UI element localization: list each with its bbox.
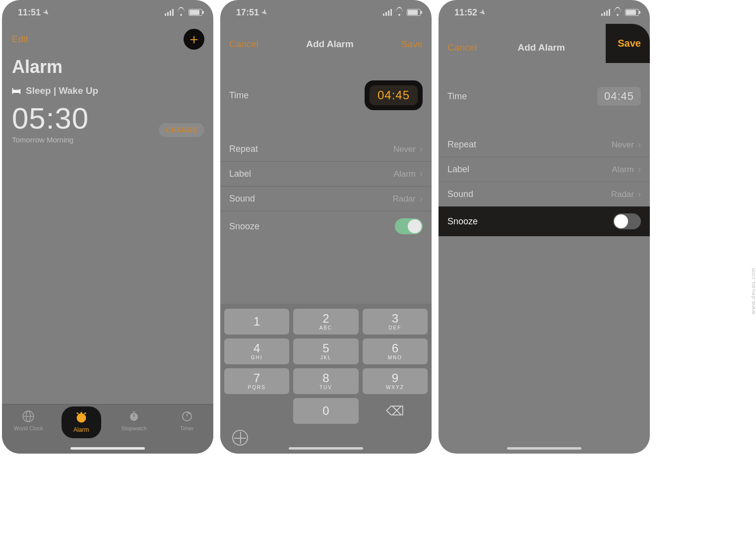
screen-add-alarm-snooze: 11:52 ➤ Cancel Add Alarm Save Time 04:45 bbox=[439, 0, 650, 454]
key-2[interactable]: 2ABC bbox=[293, 309, 358, 334]
repeat-value: Never bbox=[393, 144, 416, 154]
wifi-icon bbox=[177, 9, 186, 16]
label-row[interactable]: Label Alarm› bbox=[220, 161, 432, 186]
status-time: 17:51 bbox=[236, 7, 259, 18]
cellular-icon bbox=[601, 9, 610, 16]
snooze-row: Snooze bbox=[439, 206, 650, 236]
modal-nav: Cancel Add Alarm Save bbox=[439, 24, 650, 63]
time-row[interactable]: Time 04:45 bbox=[439, 80, 650, 113]
status-time: 11:52 bbox=[454, 7, 477, 18]
tab-label: Alarm bbox=[73, 426, 89, 433]
tab-world-clock[interactable]: World Clock bbox=[8, 409, 48, 431]
key-6[interactable]: 6MNO bbox=[363, 338, 428, 364]
svg-rect-4 bbox=[81, 415, 82, 418]
bed-icon: 🛏 bbox=[12, 86, 21, 96]
snooze-toggle[interactable] bbox=[613, 213, 641, 229]
label-value: Alarm bbox=[612, 165, 634, 175]
chevron-right-icon: › bbox=[420, 194, 423, 204]
modal-title: Add Alarm bbox=[306, 39, 353, 50]
sound-label: Sound bbox=[447, 189, 473, 200]
tab-bar: World Clock Alarm Stopwatch Timer bbox=[2, 404, 213, 454]
tab-label: Timer bbox=[180, 425, 194, 431]
svg-point-5 bbox=[80, 412, 82, 414]
sleep-wake-label: Sleep | Wake Up bbox=[26, 85, 98, 96]
key-0[interactable]: 0 bbox=[293, 398, 358, 424]
chevron-right-icon: › bbox=[638, 189, 641, 200]
home-indicator[interactable] bbox=[70, 447, 145, 450]
snooze-row: Snooze bbox=[220, 211, 432, 241]
status-bar: 11:52 ➤ bbox=[439, 0, 650, 24]
sound-row[interactable]: Sound Radar› bbox=[220, 186, 432, 211]
cancel-button[interactable]: Cancel bbox=[447, 42, 477, 53]
chevron-right-icon: › bbox=[638, 139, 641, 150]
key-3[interactable]: 3DEF bbox=[363, 309, 428, 334]
cellular-icon bbox=[165, 9, 174, 16]
save-button[interactable]: Save bbox=[606, 24, 650, 63]
tab-alarm[interactable]: Alarm bbox=[62, 406, 101, 438]
key-8[interactable]: 8TUV bbox=[293, 368, 358, 394]
modal-title: Add Alarm bbox=[518, 42, 565, 53]
time-value-field[interactable]: 04:45 bbox=[365, 80, 423, 110]
repeat-label: Repeat bbox=[447, 139, 476, 150]
modal-nav: Cancel Add Alarm Save bbox=[220, 24, 432, 57]
add-alarm-button[interactable]: ＋ bbox=[184, 29, 204, 50]
home-indicator[interactable] bbox=[289, 447, 363, 450]
time-value-field[interactable]: 04:45 bbox=[597, 87, 641, 106]
globe-icon bbox=[21, 409, 35, 423]
screen-alarm-list: 11:51 ➤ Edit ＋ Alarm 🛏 Sleep | Wake Up 0… bbox=[2, 0, 213, 454]
watermark: www.deuaq.com bbox=[750, 268, 756, 314]
wifi-icon bbox=[395, 9, 404, 16]
edit-button[interactable]: Edit bbox=[12, 34, 28, 45]
stopwatch-icon bbox=[127, 409, 141, 423]
sound-value: Radar bbox=[393, 194, 416, 204]
key-7[interactable]: 7PQRS bbox=[224, 368, 289, 394]
status-bar: 11:51 ➤ bbox=[2, 0, 213, 24]
location-icon: ➤ bbox=[42, 7, 52, 17]
key-backspace[interactable]: ⌫ bbox=[363, 398, 428, 424]
time-label: Time bbox=[447, 91, 467, 102]
tab-label: World Clock bbox=[14, 425, 43, 431]
battery-icon bbox=[189, 9, 202, 16]
snooze-label: Snooze bbox=[229, 221, 259, 232]
chevron-right-icon: › bbox=[638, 164, 641, 175]
screen-add-alarm-time: 17:51 ➤ Cancel Add Alarm Save Time 04:45 bbox=[220, 0, 432, 454]
key-4[interactable]: 4GHI bbox=[224, 338, 289, 364]
tab-stopwatch[interactable]: Stopwatch bbox=[114, 409, 154, 431]
numeric-keypad: 1 2ABC 3DEF 4GHI 5JKL 6MNO 7PQRS 8TUV 9W… bbox=[220, 304, 432, 454]
chevron-right-icon: › bbox=[420, 169, 423, 179]
backspace-icon: ⌫ bbox=[386, 403, 404, 419]
cancel-button[interactable]: Cancel bbox=[229, 39, 258, 50]
key-9[interactable]: 9WXYZ bbox=[363, 368, 428, 394]
label-label: Label bbox=[447, 164, 469, 175]
key-5[interactable]: 5JKL bbox=[293, 338, 358, 364]
wifi-icon bbox=[613, 9, 622, 16]
time-value: 04:45 bbox=[370, 85, 418, 105]
time-label: Time bbox=[229, 90, 249, 101]
timer-icon bbox=[180, 409, 194, 423]
status-time: 11:51 bbox=[18, 7, 41, 18]
alarm-clock-icon bbox=[74, 410, 88, 424]
globe-keyboard-icon[interactable] bbox=[232, 430, 248, 446]
battery-icon bbox=[407, 9, 421, 16]
repeat-label: Repeat bbox=[229, 144, 258, 154]
key-1[interactable]: 1 bbox=[224, 309, 289, 334]
time-row[interactable]: Time 04:45 bbox=[220, 73, 432, 117]
location-icon: ➤ bbox=[478, 7, 488, 17]
change-button[interactable]: CHANGE bbox=[159, 123, 204, 137]
tab-timer[interactable]: Timer bbox=[167, 409, 207, 431]
snooze-toggle[interactable] bbox=[395, 218, 423, 234]
home-indicator[interactable] bbox=[507, 447, 581, 450]
battery-icon bbox=[625, 9, 639, 16]
page-title: Alarm bbox=[2, 50, 213, 85]
repeat-value: Never bbox=[612, 140, 634, 150]
chevron-right-icon: › bbox=[420, 144, 423, 154]
key-blank bbox=[224, 398, 289, 424]
save-button[interactable]: Save bbox=[401, 39, 423, 50]
repeat-row[interactable]: Repeat Never› bbox=[439, 133, 650, 157]
status-bar: 17:51 ➤ bbox=[220, 0, 432, 24]
repeat-row[interactable]: Repeat Never› bbox=[220, 137, 432, 161]
sleep-wake-section-header: 🛏 Sleep | Wake Up bbox=[2, 85, 213, 99]
location-icon: ➤ bbox=[260, 7, 270, 17]
sound-row[interactable]: Sound Radar› bbox=[439, 182, 650, 206]
label-row[interactable]: Label Alarm› bbox=[439, 157, 650, 182]
